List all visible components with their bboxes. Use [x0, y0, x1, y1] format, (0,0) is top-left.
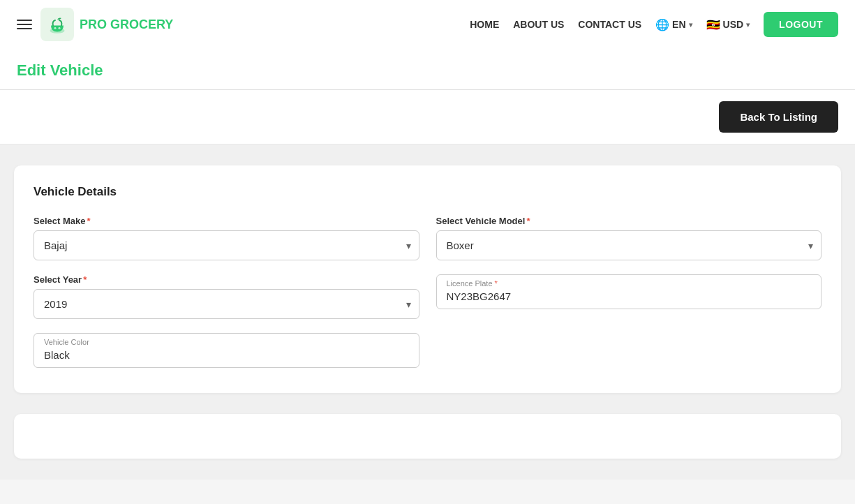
vehicle-color-float-label: Vehicle Color	[44, 338, 89, 346]
page-header: Edit Vehicle	[0, 49, 855, 90]
logo-icon	[40, 8, 74, 41]
form-group-color: Vehicle Color	[34, 333, 419, 368]
nav-home[interactable]: HOME	[470, 19, 499, 30]
form-area: Vehicle Details Select Make* Bajaj ▾ Sel…	[0, 144, 855, 414]
hamburger-menu[interactable]	[17, 20, 32, 29]
licence-plate-float-label: Licence Plate *	[447, 279, 498, 288]
required-asterisk-plate: *	[495, 279, 498, 288]
required-asterisk-year: *	[83, 274, 87, 285]
svg-point-3	[59, 27, 61, 29]
select-model-label: Select Vehicle Model*	[436, 216, 822, 226]
navbar: PRO GROCERY HOME ABOUT US CONTACT US 🌐 E…	[0, 0, 855, 49]
vehicle-details-card: Vehicle Details Select Make* Bajaj ▾ Sel…	[14, 165, 841, 393]
licence-plate-wrap: Licence Plate *	[436, 274, 822, 309]
nav-about[interactable]: ABOUT US	[513, 19, 564, 30]
section-title: Vehicle Details	[34, 185, 821, 199]
form-row-year-plate: Select Year* 2019 ▾ Licence Plate *	[34, 274, 821, 319]
form-group-licence-plate: Licence Plate *	[436, 274, 822, 319]
select-year[interactable]: 2019	[34, 289, 419, 319]
logout-button[interactable]: LOGOUT	[764, 12, 838, 37]
svg-point-2	[54, 27, 57, 29]
lang-flag: 🌐	[655, 18, 669, 31]
back-to-listing-button[interactable]: Back To Listing	[719, 101, 838, 133]
currency-flag: 🇺🇬	[706, 18, 720, 31]
form-group-model: Select Vehicle Model* Boxer ▾	[436, 216, 822, 260]
licence-plate-input[interactable]	[447, 290, 812, 302]
select-make-wrap: Bajaj ▾	[34, 230, 419, 260]
select-year-label: Select Year*	[34, 274, 419, 285]
currency-code: USD	[723, 19, 744, 30]
nav-contact[interactable]: CONTACT US	[578, 19, 641, 30]
logo: PRO GROCERY	[40, 8, 173, 41]
select-make[interactable]: Bajaj	[34, 230, 419, 260]
form-group-empty	[436, 333, 822, 368]
lang-chevron-icon: ▾	[689, 21, 692, 29]
form-group-make: Select Make* Bajaj ▾	[34, 216, 419, 260]
vehicle-color-input[interactable]	[44, 349, 409, 361]
select-model-wrap: Boxer ▾	[436, 230, 822, 260]
form-row-make-model: Select Make* Bajaj ▾ Select Vehicle Mode…	[34, 216, 821, 260]
vehicle-color-wrap: Vehicle Color	[34, 333, 419, 368]
form-row-color: Vehicle Color	[34, 333, 821, 368]
form-area-bottom	[0, 414, 855, 480]
lang-code: EN	[672, 19, 685, 30]
currency-selector[interactable]: 🇺🇬 USD ▾	[706, 18, 750, 31]
currency-chevron-icon: ▾	[746, 21, 750, 29]
navbar-left: PRO GROCERY	[17, 8, 173, 41]
required-asterisk-model: *	[526, 216, 530, 226]
form-group-year: Select Year* 2019 ▾	[34, 274, 419, 319]
select-model[interactable]: Boxer	[436, 230, 822, 260]
bottom-card	[14, 414, 841, 459]
back-btn-row: Back To Listing	[0, 90, 855, 144]
required-asterisk: *	[87, 216, 90, 226]
select-make-label: Select Make*	[34, 216, 419, 226]
page-title: Edit Vehicle	[17, 61, 838, 89]
navbar-right: HOME ABOUT US CONTACT US 🌐 EN ▾ 🇺🇬 USD ▾…	[470, 12, 838, 37]
language-selector[interactable]: 🌐 EN ▾	[655, 18, 692, 31]
logo-text: PRO GROCERY	[80, 17, 173, 32]
select-year-wrap: 2019 ▾	[34, 289, 419, 319]
